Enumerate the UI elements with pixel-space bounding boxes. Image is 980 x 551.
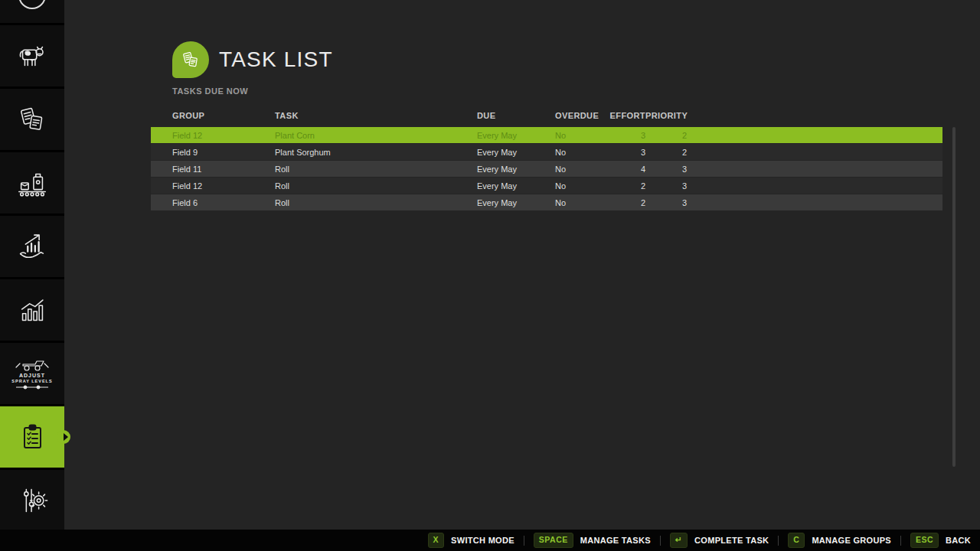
shortcut-bar: XSWITCH MODESPACEMANAGE TASKS↵COMPLETE T…: [0, 530, 980, 551]
shortcut-back[interactable]: ESCBACK: [910, 533, 971, 548]
cell-task: Roll: [275, 198, 477, 207]
task-row[interactable]: Field 9Plant SorghumEvery MayNo32: [151, 144, 942, 160]
cow-icon: [15, 38, 50, 73]
sidebar: ADJUST SPRAY LEVELS: [0, 0, 64, 530]
cell-overdue: No: [555, 181, 603, 191]
bar-chart-icon: [15, 292, 50, 328]
scrollbar[interactable]: [952, 127, 956, 467]
sidebar-item-task-list[interactable]: [0, 406, 64, 468]
cell-effort: 2: [603, 181, 645, 191]
cell-priority: 3: [645, 165, 687, 174]
selected-pointer-icon: [64, 433, 68, 441]
col-header-effort: EFFORT: [603, 111, 645, 120]
sidebar-item-sales[interactable]: [0, 216, 64, 277]
divider: [524, 536, 524, 546]
task-row[interactable]: Field 12RollEvery MayNo23: [151, 178, 942, 194]
task-row[interactable]: Field 12Plant CornEvery MayNo32: [151, 127, 942, 143]
shortcut-label: COMPLETE TASK: [694, 536, 769, 545]
cell-task: Plant Sorghum: [275, 148, 477, 157]
sliders-gear-icon: [15, 483, 50, 518]
task-list-screen: ADJUST SPRAY LEVELS: [0, 0, 980, 551]
shortcut-complete-task[interactable]: ↵COMPLETE TASK: [670, 533, 769, 548]
cell-task: Roll: [275, 165, 477, 174]
key-badge: SPACE: [534, 533, 573, 548]
cell-effort: 2: [603, 198, 645, 207]
sidebar-item-spray-levels[interactable]: ADJUST SPRAY LEVELS: [0, 343, 64, 404]
task-documents-icon: [172, 41, 209, 78]
cell-overdue: No: [555, 148, 603, 157]
page-title: TASK LIST: [219, 47, 333, 72]
main-panel: TASK LIST TASKS DUE NOW GROUP TASK DUE O…: [64, 0, 980, 530]
documents-icon: [15, 102, 50, 137]
sidebar-item-animals[interactable]: [0, 25, 64, 86]
task-table: GROUP TASK DUE OVERDUE EFFORT PRIORITY F…: [151, 109, 942, 211]
cell-due: Every May: [477, 131, 555, 140]
spray-levels-icon: ADJUST SPRAY LEVELS: [11, 357, 52, 391]
cell-task: Roll: [275, 181, 477, 191]
production-line-icon: [15, 165, 50, 201]
col-header-due: DUE: [477, 111, 555, 120]
shortcut-label: MANAGE GROUPS: [812, 536, 891, 545]
sidebar-item-settings[interactable]: [0, 470, 64, 531]
sidebar-item-contracts[interactable]: [0, 89, 64, 150]
sidebar-item-production[interactable]: [0, 152, 64, 214]
cell-overdue: No: [555, 165, 603, 174]
col-header-group: GROUP: [172, 111, 275, 120]
col-header-priority: PRIORITY: [645, 111, 687, 120]
cell-task: Plant Corn: [275, 131, 477, 140]
cell-priority: 2: [645, 148, 687, 157]
cell-priority: 3: [645, 198, 687, 207]
key-badge: ESC: [910, 533, 939, 548]
task-table-body: Field 12Plant CornEvery MayNo32Field 9Pl…: [151, 127, 942, 210]
documents-glyph: [179, 48, 202, 71]
cell-priority: 3: [645, 181, 687, 191]
cell-group: Field 12: [172, 131, 275, 140]
key-badge: ↵: [670, 533, 688, 548]
cell-effort: 3: [603, 148, 645, 157]
shortcut-label: MANAGE TASKS: [580, 536, 651, 545]
key-badge: X: [428, 533, 445, 548]
cell-overdue: No: [555, 131, 603, 140]
sprayer-icon: [14, 357, 51, 372]
task-row[interactable]: Field 6RollEvery MayNo23: [151, 194, 942, 210]
spray-label-line2: SPRAY LEVELS: [11, 379, 52, 383]
cell-overdue: No: [555, 198, 603, 207]
divider: [778, 536, 779, 546]
cell-due: Every May: [477, 198, 555, 207]
task-row[interactable]: Field 11RollEvery MayNo43: [151, 161, 942, 177]
slider-line-icon: [15, 384, 50, 390]
cell-priority: 2: [645, 131, 687, 140]
cell-group: Field 6: [172, 198, 275, 207]
shortcut-switch-mode[interactable]: XSWITCH MODE: [428, 533, 514, 548]
shortcut-manage-groups[interactable]: CMANAGE GROUPS: [788, 533, 891, 548]
divider: [660, 536, 661, 546]
cell-group: Field 9: [172, 148, 275, 157]
clipboard-checklist-icon: [14, 419, 51, 455]
cell-due: Every May: [477, 165, 555, 174]
shortcut-manage-tasks[interactable]: SPACEMANAGE TASKS: [534, 533, 651, 548]
page-header: TASK LIST: [172, 41, 333, 78]
cell-effort: 3: [603, 131, 645, 140]
cell-group: Field 12: [172, 181, 275, 191]
cell-due: Every May: [477, 181, 555, 191]
key-badge: C: [788, 533, 805, 548]
sidebar-item-overview[interactable]: [0, 0, 64, 23]
shortcut-label: BACK: [946, 536, 971, 545]
cell-effort: 4: [603, 165, 645, 174]
spray-label-line1: ADJUST: [19, 373, 45, 379]
hand-chart-icon: [15, 229, 50, 264]
table-header-row: GROUP TASK DUE OVERDUE EFFORT PRIORITY: [151, 109, 942, 122]
cell-due: Every May: [477, 148, 555, 157]
sidebar-item-statistics[interactable]: [0, 279, 64, 341]
section-label: TASKS DUE NOW: [172, 86, 248, 96]
cell-group: Field 11: [172, 165, 275, 174]
col-header-task: TASK: [275, 111, 477, 120]
col-header-overdue: OVERDUE: [555, 111, 603, 120]
divider: [900, 536, 901, 546]
circle-icon: [0, 0, 64, 23]
shortcut-label: SWITCH MODE: [451, 536, 514, 545]
